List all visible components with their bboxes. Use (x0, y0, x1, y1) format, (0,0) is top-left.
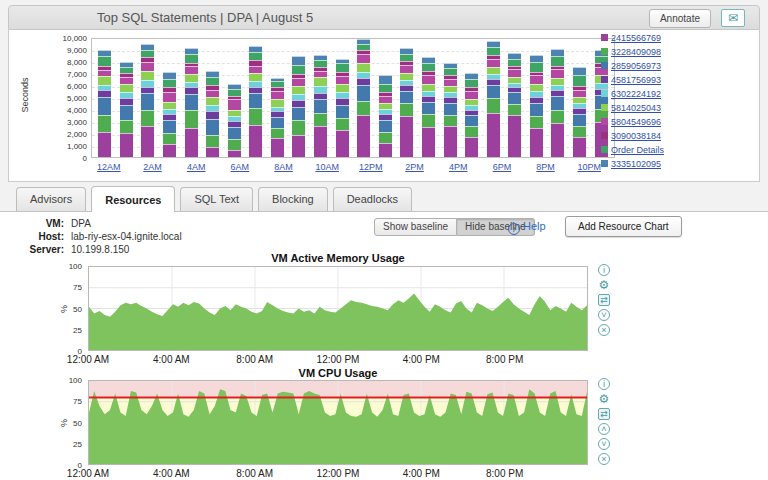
bar-segment (551, 123, 564, 157)
tab-resources[interactable]: Resources (91, 186, 175, 212)
move-up-icon[interactable]: ˄ (598, 423, 610, 435)
stacked-bar-4am[interactable] (185, 48, 198, 157)
legend-item[interactable]: 5814025043 (601, 101, 759, 114)
stacked-bar-8pm[interactable] (530, 55, 543, 157)
bar-segment (487, 47, 500, 55)
bar-x-tick-link[interactable]: 2AM (131, 162, 175, 172)
bar-segment (292, 86, 305, 94)
stacked-bar-12pm[interactable] (357, 39, 370, 157)
bar-segment (271, 99, 284, 106)
stacked-bar-10pm[interactable] (573, 67, 586, 157)
stacked-bar-6pm[interactable] (487, 41, 500, 157)
legend-item[interactable]: 3228409098 (601, 45, 759, 58)
bar-segment (163, 92, 176, 102)
bar-x-tick-link[interactable]: 6AM (218, 162, 262, 172)
bar-segment (508, 69, 521, 76)
legend-item[interactable]: 3335102095 (601, 157, 759, 170)
stacked-bar-1pm[interactable] (379, 75, 392, 157)
stacked-bar-4pm[interactable] (444, 63, 457, 157)
bar-segment (357, 115, 370, 157)
stacked-bar-5am[interactable] (206, 71, 219, 157)
bar-x-tick-link[interactable]: 12PM (349, 162, 393, 172)
legend-swatch (601, 76, 608, 83)
stacked-bar-11am[interactable] (336, 59, 349, 157)
bar-x-tick-link[interactable]: 8AM (262, 162, 306, 172)
info-label: VM: (16, 218, 64, 229)
gear-icon[interactable]: ⚙ (598, 393, 610, 405)
bar-x-tick-link[interactable]: 6PM (480, 162, 524, 172)
legend-item[interactable]: Order Details (601, 143, 759, 156)
bar-segment (120, 84, 133, 92)
stacked-bar-9pm[interactable] (551, 49, 564, 157)
bar-segment (551, 69, 564, 77)
legend-item[interactable]: 6302224192 (601, 87, 759, 100)
bar-x-tick-link[interactable]: 2PM (393, 162, 437, 172)
mail-icon[interactable]: ✉ (721, 9, 745, 27)
stacked-bar-12am[interactable] (98, 50, 111, 157)
legend-swatch (601, 160, 608, 167)
bar-segment (98, 115, 111, 132)
help-link[interactable]: iHelp (508, 220, 546, 235)
legend-label: 6302224192 (611, 89, 661, 99)
bar-segment (487, 85, 500, 98)
bar-x-tick-link[interactable]: 12AM (87, 162, 131, 172)
close-icon[interactable]: × (598, 453, 610, 465)
stacked-bar-3pm[interactable] (422, 57, 435, 157)
legend-label: 4581756993 (611, 75, 661, 85)
bar-chart-x-axis: 12AM2AM4AM6AM8AM10AM12PM2PM4PM6PM8PM10PM (91, 162, 615, 172)
bar-segment (249, 66, 262, 73)
stacked-bar-3am[interactable] (163, 72, 176, 157)
y-tick-label: 25 (58, 326, 82, 335)
stacked-bar-10am[interactable] (314, 55, 327, 157)
bar-segment (98, 132, 111, 157)
stacked-bar-2pm[interactable] (400, 48, 413, 157)
bar-segment (141, 71, 154, 81)
legend-item[interactable]: 2859056973 (601, 59, 759, 72)
stacked-bar-8am[interactable] (271, 78, 284, 157)
move-down-icon[interactable]: ˅ (598, 309, 610, 321)
bar-segment (357, 63, 370, 71)
x-tick-label: 4:00 PM (403, 468, 440, 479)
stacked-bar-2am[interactable] (141, 44, 154, 157)
show-baseline-button[interactable]: Show baseline (374, 218, 457, 236)
bar-x-tick-link[interactable]: 10AM (305, 162, 349, 172)
stacked-bar-6am[interactable] (228, 84, 241, 157)
bar-x-tick-link[interactable]: 4AM (174, 162, 218, 172)
tab-advisors[interactable]: Advisors (16, 187, 86, 211)
legend-item[interactable]: 2415566769 (601, 31, 759, 44)
stacked-bar-7pm[interactable] (508, 53, 521, 157)
move-down-icon[interactable]: ˅ (598, 438, 610, 450)
stacked-bar-5pm[interactable] (465, 73, 478, 157)
info-icon[interactable]: i (598, 264, 610, 276)
legend-item[interactable]: 5804549696 (601, 115, 759, 128)
pan-horizontal-icon[interactable]: ⇄ (598, 294, 610, 306)
bar-segment (98, 76, 111, 85)
annotate-button[interactable]: Annotate (649, 9, 711, 28)
stacked-bar-9am[interactable] (292, 56, 305, 157)
bar-segment (573, 137, 586, 157)
bar-segment (379, 75, 392, 83)
bar-segment (487, 98, 500, 112)
stacked-bar-7am[interactable] (249, 46, 262, 157)
bar-segment (487, 59, 500, 67)
add-resource-chart-button[interactable]: Add Resource Chart (565, 216, 682, 237)
stacked-bar-1am[interactable] (120, 62, 133, 157)
tab-blocking[interactable]: Blocking (258, 187, 328, 211)
bar-segment (357, 54, 370, 64)
bar-segment (551, 78, 564, 85)
bar-x-tick-link[interactable]: 8PM (524, 162, 568, 172)
legend-item[interactable]: 4581756993 (601, 73, 759, 86)
bar-segment (206, 119, 219, 136)
tab-deadlocks[interactable]: Deadlocks (333, 187, 412, 211)
tab-sql-text[interactable]: SQL Text (180, 187, 253, 211)
cpu-chart-title: VM CPU Usage (88, 367, 588, 379)
legend-item[interactable]: 3090038184 (601, 129, 759, 142)
legend-swatch (601, 146, 608, 153)
bar-segment (185, 54, 198, 62)
gear-icon[interactable]: ⚙ (598, 279, 610, 291)
pan-horizontal-icon[interactable]: ⇄ (598, 408, 610, 420)
info-icon[interactable]: i (598, 378, 610, 390)
bar-segment (185, 128, 198, 157)
bar-x-tick-link[interactable]: 4PM (436, 162, 480, 172)
close-icon[interactable]: × (598, 324, 610, 336)
